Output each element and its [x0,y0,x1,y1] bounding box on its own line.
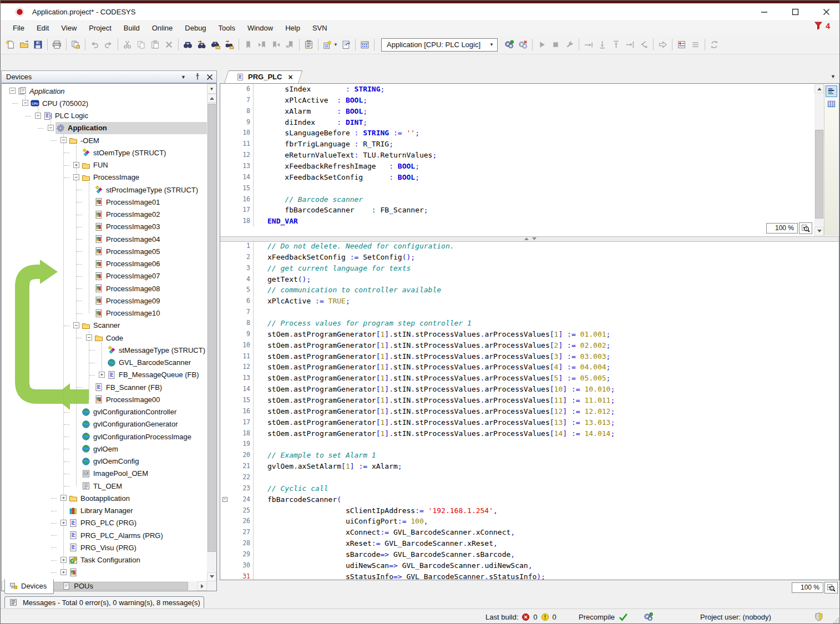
tree-item-application[interactable]: −Application [2,122,207,134]
next-statement-button[interactable] [637,38,651,52]
replace-button[interactable] [195,38,209,52]
logout-button[interactable] [516,38,530,52]
tree-item-task-configuration[interactable]: +Task Configuration [2,554,207,566]
zoom-level[interactable]: 100 % [792,582,823,593]
textual-view-button[interactable] [826,85,837,97]
tree-item-processimage[interactable]: −ProcessImage [2,171,207,184]
menu-view[interactable]: View [55,22,83,34]
tree-item-cpu-705002-[interactable]: −CPUCPU (705002) [2,97,207,109]
run-button[interactable] [535,38,549,52]
menu-svn[interactable]: SVN [306,22,333,34]
tree-item-fb-scanner-fb-[interactable]: FB_Scanner (FB) [2,381,207,393]
cut-button[interactable] [120,38,134,52]
collapse-toggle[interactable]: − [86,334,92,341]
menu-window[interactable]: Window [241,22,279,34]
menu-help[interactable]: Help [279,22,306,34]
zoom-button[interactable] [799,222,812,234]
resize-grip[interactable] [832,617,839,623]
menu-project[interactable]: Project [83,22,117,34]
tree-item-application[interactable]: −Application [2,85,207,97]
panel-menu-icon[interactable]: ▼ [181,74,186,80]
document-tab-prg-plc[interactable]: PRG_PLC × [224,70,298,83]
refresh-button[interactable] [707,38,721,52]
open-project-button[interactable] [17,38,31,52]
step-out-button[interactable] [609,38,623,52]
flow-control-button[interactable] [656,38,670,52]
navigator-tab-pous[interactable]: POUs [57,579,100,594]
tabular-view-button[interactable] [826,98,837,110]
collapse-toggle[interactable]: − [48,125,54,131]
tree-item-gvloemconfig[interactable]: gvlOemConfig [2,455,207,468]
undo-button[interactable] [88,38,102,52]
tree-item-prg-plc-alarms-prg-[interactable]: PRG_PLC_Alarms (PRG) [2,529,207,541]
tree-item-scanner[interactable]: −Scanner [2,319,207,332]
find-button[interactable] [181,38,195,52]
active-application-combo[interactable]: Application [CPU: PLC Logic]▼ [381,38,498,52]
tree-item--oem[interactable]: −-OEM [2,134,207,146]
zoom-level[interactable]: 100 % [766,223,798,234]
menu-build[interactable]: Build [118,22,146,34]
expand-toggle[interactable]: + [60,557,67,563]
copy-button[interactable] [134,38,148,52]
library-manager-button[interactable] [358,38,372,52]
menu-online[interactable]: Online [146,22,179,34]
tree-item-processimage01[interactable]: ProcessImage01 [2,196,207,208]
tree-item-processimage10[interactable]: ProcessImage10 [2,307,207,319]
run-to-cursor-button[interactable] [623,38,637,52]
tree-item-prg-visu-prg-[interactable]: PRG_Visu (PRG) [2,541,207,554]
tree-item-processimage00[interactable]: ProcessImage00 [2,393,207,405]
stop-button[interactable] [549,38,563,52]
collapse-toggle[interactable]: − [73,174,79,180]
tree-item-stmessagetype-struct-[interactable]: stMessageType (STRUCT) [2,344,207,356]
tree-item-fun[interactable]: +FUN [2,159,207,171]
navigator-tab-devices[interactable]: Devices [4,579,54,594]
login-button[interactable] [502,38,516,52]
tree-item-code[interactable]: −Code [2,332,207,344]
close-panel-icon[interactable] [206,74,213,80]
tree-item-bootapplication[interactable]: +Bootapplication [2,492,207,504]
declaration-editor[interactable]: 6 sIndex : STRING;7 xPlcActive : BOOL;8 … [220,84,839,236]
menu-file[interactable]: File [7,22,31,34]
redo-button[interactable] [102,38,115,52]
edit-object-button[interactable] [339,38,353,52]
scroll-up-arrow[interactable] [814,84,824,93]
next-bookmark-button[interactable] [269,38,283,52]
scroll-thumb[interactable] [208,104,216,552]
menu-tools[interactable]: Tools [212,22,241,34]
device-tree[interactable]: −Application−CPUCPU (705002)−PLC Logic−A… [1,83,217,591]
collapse-toggle[interactable]: − [9,88,16,94]
tree-item-processimage06[interactable]: ProcessImage06 [2,258,207,270]
paste-button[interactable] [148,38,162,52]
close-tab-icon[interactable]: × [288,73,292,82]
tree-item-processimage03[interactable]: ProcessImage03 [2,221,207,233]
notification-area[interactable]: 4 [814,21,830,31]
expand-toggle[interactable]: + [99,372,105,378]
tree-item-processimage08[interactable]: ProcessImage08 [2,282,207,295]
expand-toggle[interactable]: + [60,520,67,526]
maximize-button[interactable] [787,5,803,18]
tab-list-dropdown-icon[interactable]: ▼ [831,74,836,79]
tree-item-library-manager[interactable]: Library Manager [2,505,207,517]
tree-item-prg-plc-prg-[interactable]: +PRG_PLC (PRG) [2,517,207,529]
collapse-toggle[interactable]: − [35,113,41,119]
tree-item-stprocimagetype-struct-[interactable]: stProcImageType (STRUCT) [2,184,207,196]
declaration-scrollbar[interactable] [814,84,824,236]
prev-bookmark-button[interactable] [255,38,269,52]
tree-item-gvlconfigurationprocessimage[interactable]: gvlConfigurationProcessImage [2,430,207,443]
delete-button[interactable] [162,38,176,52]
tree-item-stoemtype-struct-[interactable]: stOemType (STRUCT) [2,146,207,159]
zoom-button[interactable] [824,582,838,593]
save-button[interactable] [31,38,45,52]
chevron-down-icon[interactable]: ▼ [333,42,339,47]
tree-item-fb-messagequeue-fb-[interactable]: +FB_MessageQueue (FB) [2,369,207,381]
step-over-button[interactable] [581,38,595,52]
tree-item-gvlconfigurationgenerator[interactable]: gvlConfigurationGenerator [2,418,207,430]
scroll-thumb[interactable] [815,130,823,219]
menu-debug[interactable]: Debug [179,22,212,34]
print-button[interactable] [50,38,64,52]
collapse-toggle[interactable]: − [22,100,28,106]
tree-item-processimage05[interactable]: ProcessImage05 [2,245,207,257]
tree-item-processimage07[interactable]: ProcessImage07 [2,270,207,282]
scroll-up-arrow[interactable] [207,94,216,103]
menu-edit[interactable]: Edit [31,22,55,34]
